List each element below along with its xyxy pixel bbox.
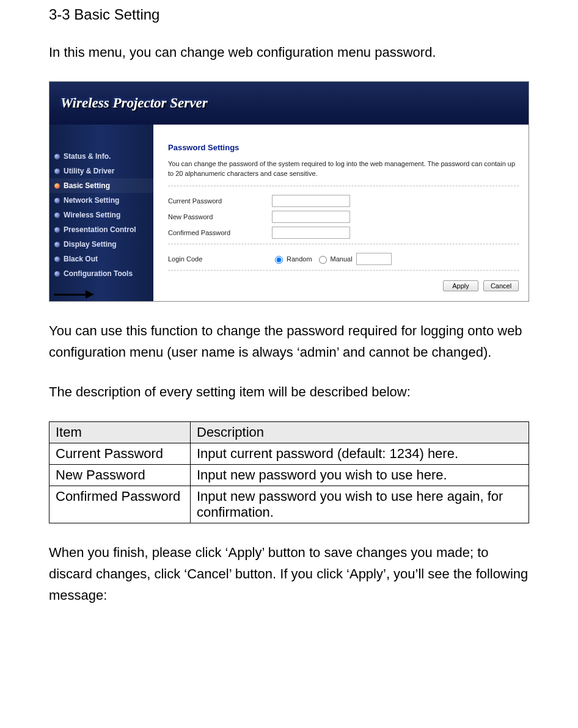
bullet-icon	[54, 227, 60, 233]
sidebar-item-status-info[interactable]: Status & Info.	[49, 149, 153, 164]
input-current-password[interactable]	[272, 195, 350, 207]
sidebar-item-label: Configuration Tools	[64, 269, 133, 278]
intro-paragraph: In this menu, you can change web configu…	[49, 42, 529, 63]
sidebar-item-black-out[interactable]: Black Out	[49, 252, 153, 266]
radio-random[interactable]	[275, 256, 283, 264]
table-head-desc: Description	[191, 421, 529, 443]
table-cell-desc: Input new password you wish to use here.	[191, 464, 529, 486]
button-row: Apply Cancel	[168, 280, 519, 295]
sidebar-item-label: Black Out	[64, 255, 98, 263]
sidebar-item-label: Utility & Driver	[64, 167, 114, 175]
body-paragraph-2: The description of every setting item wi…	[49, 381, 529, 402]
row-new-password: New Password	[168, 211, 519, 223]
table-cell-desc: Input current password (default: 1234) h…	[191, 443, 529, 464]
cancel-button[interactable]: Cancel	[483, 280, 519, 291]
label-login-code: Login Code	[168, 255, 272, 263]
panel-heading: Password Settings	[168, 143, 519, 152]
divider	[168, 186, 519, 186]
sidebar-item-label: Display Setting	[64, 240, 117, 249]
pointer-arrow	[54, 290, 94, 299]
radio-manual-label: Manual	[331, 255, 353, 263]
sidebar-item-label: Network Setting	[64, 196, 119, 205]
table-cell-item: Confirmed Password	[49, 486, 191, 523]
app-header: Wireless Projector Server	[49, 82, 529, 125]
sidebar-item-utility-driver[interactable]: Utility & Driver	[49, 164, 153, 178]
input-confirmed-password[interactable]	[272, 227, 350, 239]
sidebar-item-label: Basic Setting	[64, 181, 110, 190]
sidebar-item-label: Presentation Control	[64, 225, 136, 234]
body-paragraph-1: You can use this function to change the …	[49, 320, 529, 363]
description-table: Item Description Current Password Input …	[49, 421, 529, 523]
bullet-icon	[54, 271, 60, 277]
embedded-screenshot: Wireless Projector Server Status & Info.…	[49, 81, 529, 302]
sidebar-item-label: Wireless Setting	[64, 211, 120, 219]
panel-tagline: You can change the password of the syste…	[168, 159, 519, 178]
row-confirmed-password: Confirmed Password	[168, 227, 519, 239]
bullet-icon	[54, 183, 60, 189]
label-current-password: Current Password	[168, 197, 272, 205]
sidebar-item-network-setting[interactable]: Network Setting	[49, 193, 153, 208]
bullet-icon	[54, 257, 60, 262]
bullet-icon	[54, 154, 60, 159]
table-cell-item: New Password	[49, 464, 191, 486]
input-manual-code[interactable]	[356, 253, 392, 265]
sidebar-item-wireless-setting[interactable]: Wireless Setting	[49, 208, 153, 222]
sidebar-item-configuration-tools[interactable]: Configuration Tools	[49, 266, 153, 281]
row-current-password: Current Password	[168, 195, 519, 207]
input-new-password[interactable]	[272, 211, 350, 223]
bullet-icon	[54, 213, 60, 218]
content-panel: Password Settings You can change the pas…	[153, 125, 529, 301]
bullet-icon	[54, 169, 60, 174]
divider	[168, 244, 519, 244]
table-row: Current Password Input current password …	[49, 443, 529, 464]
table-head-item: Item	[49, 421, 191, 443]
label-new-password: New Password	[168, 213, 272, 220]
body-paragraph-3: When you finish, please click ‘Apply’ bu…	[49, 542, 529, 606]
sidebar-item-basic-setting[interactable]: Basic Setting	[49, 178, 153, 193]
radio-manual[interactable]	[319, 256, 327, 264]
radio-random-label: Random	[287, 255, 312, 263]
label-confirmed-password: Confirmed Password	[168, 229, 272, 236]
sidebar-nav: Status & Info. Utility & Driver Basic Se…	[49, 125, 153, 301]
section-title: 3-3 Basic Setting	[49, 6, 529, 23]
table-row: New Password Input new password you wish…	[49, 464, 529, 486]
bullet-icon	[54, 242, 60, 247]
table-cell-item: Current Password	[49, 443, 191, 464]
row-login-code: Login Code Random Manual	[168, 253, 519, 265]
sidebar-item-label: Status & Info.	[64, 152, 111, 161]
divider	[168, 270, 519, 271]
table-row: Confirmed Password Input new password yo…	[49, 486, 529, 523]
table-cell-desc: Input new password you wish to use here …	[191, 486, 529, 523]
app-header-title: Wireless Projector Server	[60, 95, 208, 111]
bullet-icon	[54, 198, 60, 203]
apply-button[interactable]: Apply	[443, 280, 478, 291]
sidebar-item-presentation-control[interactable]: Presentation Control	[49, 222, 153, 237]
sidebar-item-display-setting[interactable]: Display Setting	[49, 237, 153, 252]
